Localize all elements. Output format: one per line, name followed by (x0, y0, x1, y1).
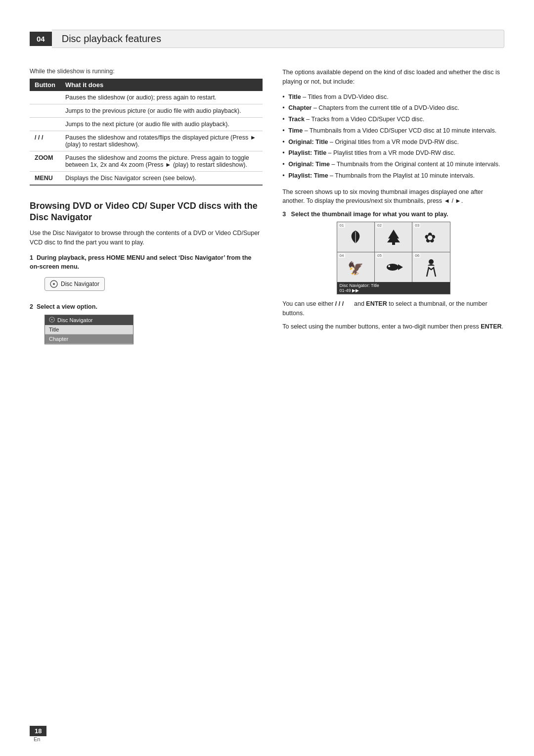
table-cell-button: / / / (30, 131, 60, 151)
thumb-cell: 04🦅 (337, 252, 374, 282)
step3-body1: You can use either / / / and ENTER to se… (282, 299, 504, 318)
thumb-cell: 02 (375, 222, 412, 252)
step1-text: During playback, press HOME MENU and sel… (30, 254, 252, 270)
thumb-bar: Disc Navigator: Title 01-49 ▶▶ (337, 282, 450, 294)
menu-item-chapter: Chapter (45, 334, 133, 344)
table-cell-button (30, 118, 60, 131)
left-column: While the slideshow is running: Button W… (30, 68, 263, 351)
table-cell-button (30, 104, 60, 118)
thumbnail-grid: 010203✿04🦅0506 (337, 222, 450, 282)
right-column: The options available depend on the kind… (282, 68, 504, 351)
table-cell-button: MENU (30, 172, 60, 186)
thumb-cell: 05 (375, 252, 412, 282)
thumb-cell: 03✿ (412, 222, 449, 252)
page-number: 18 (30, 726, 46, 736)
page-lang: En (34, 736, 40, 742)
svg-text:🦅: 🦅 (348, 260, 364, 276)
svg-marker-11 (398, 264, 403, 270)
table-cell-desc: Jumps to the previous picture (or audio … (60, 104, 263, 118)
options-intro: The options available depend on the kind… (282, 68, 504, 87)
option-item: Original: Title – Original titles from a… (282, 137, 504, 148)
thumb-cell: 01 (337, 222, 374, 252)
two-col-layout: While the slideshow is running: Button W… (30, 68, 504, 351)
thumb-cell: 06 (412, 252, 449, 282)
step1-number: 1 (30, 254, 37, 261)
svg-point-3 (51, 319, 52, 320)
section-body: Use the Disc Navigator to browse through… (30, 229, 263, 247)
thumb-num: 05 (376, 253, 383, 258)
thumb-num: 01 (339, 223, 345, 228)
chapter-title: Disc playback features (52, 30, 504, 48)
step1-title: 1 During playback, press HOME MENU and s… (30, 254, 263, 271)
option-item: Playlist: Title – Playlist titles from a… (282, 147, 504, 159)
thumb-num: 06 (414, 253, 420, 258)
menu-item-title: Title (45, 325, 133, 334)
svg-rect-7 (392, 242, 395, 245)
chapter-header: 04 Disc playback features (30, 30, 504, 48)
disc-nav-label: Disc Navigator (61, 281, 99, 287)
option-item: Time – Thumbnails from a Video CD/Super … (282, 125, 504, 137)
step-3: 3 Select the thumbnail image for what yo… (282, 211, 504, 331)
step3-number: 3 (282, 211, 289, 218)
menu-screenshot: Disc Navigator Title Chapter (44, 315, 134, 344)
table-cell-button: ZOOM (30, 151, 60, 172)
step3-text: Select the thumbnail image for what you … (291, 211, 448, 218)
svg-point-1 (53, 283, 55, 285)
thumb-bar-line1: Disc Navigator: Title (340, 283, 379, 288)
option-item: Original: Time – Thumbnails from the Ori… (282, 159, 504, 170)
svg-point-13 (429, 259, 434, 264)
step-1: 1 During playback, press HOME MENU and s… (30, 254, 263, 296)
menu-disc-icon (49, 317, 55, 324)
thumbnail-grid-wrapper: 010203✿04🦅0506 Disc Navigator: Title 01-… (337, 222, 450, 294)
thumb-num: 03 (414, 223, 420, 228)
slideshow-note: While the slideshow is running: (30, 68, 263, 75)
table-cell-desc: Jumps to the next picture (or audio file… (60, 118, 263, 131)
disc-nav-icon (50, 280, 58, 288)
table-cell-desc: Pauses the slideshow (or audio); press a… (60, 91, 263, 104)
thumb-num: 02 (376, 223, 383, 228)
table-cell-button (30, 91, 60, 104)
option-item: Title – Titles from a DVD-Video disc. (282, 92, 504, 103)
table-header-button: Button (30, 79, 60, 91)
table-cell-desc: Pauses the slideshow and rotates/flips t… (60, 131, 263, 151)
step3-body2: To select using the number buttons, ente… (282, 322, 504, 331)
svg-point-10 (387, 264, 399, 271)
scroll-note: The screen shows up to six moving thumbn… (282, 188, 504, 206)
svg-text:✿: ✿ (424, 230, 436, 245)
thumb-bar-line2: 01-49 ▶▶ (340, 288, 359, 293)
step2-number: 2 (30, 303, 37, 310)
svg-point-12 (388, 265, 390, 267)
options-list: Title – Titles from a DVD-Video disc.Cha… (282, 92, 504, 182)
step-2: 2 Select a view option. Disc Navigator T… (30, 303, 263, 344)
button-table: Button What it does Pauses the slideshow… (30, 79, 263, 186)
table-cell-desc: Displays the Disc Navigator screen (see … (60, 172, 263, 186)
option-item: Chapter – Chapters from the current titl… (282, 102, 504, 114)
table-header-what: What it does (60, 79, 263, 91)
section-heading: Browsing DVD or Video CD/ Super VCD disc… (30, 200, 263, 224)
menu-header-label: Disc Navigator (57, 317, 93, 323)
menu-header: Disc Navigator (45, 315, 133, 325)
option-item: Playlist: Time – Thumbnails from the Pla… (282, 170, 504, 182)
step2-title: 2 Select a view option. (30, 303, 263, 312)
table-cell-desc: Pauses the slideshow and zooms the pictu… (60, 151, 263, 172)
chapter-number: 04 (30, 32, 52, 46)
option-item: Track – Tracks from a Video CD/Super VCD… (282, 114, 504, 125)
thumb-num: 04 (339, 253, 345, 258)
step2-text: Select a view option. (37, 303, 97, 310)
disc-nav-box: Disc Navigator (44, 277, 105, 291)
page-container: 04 Disc playback features While the slid… (0, 0, 534, 756)
step3-title: 3 Select the thumbnail image for what yo… (282, 211, 504, 218)
